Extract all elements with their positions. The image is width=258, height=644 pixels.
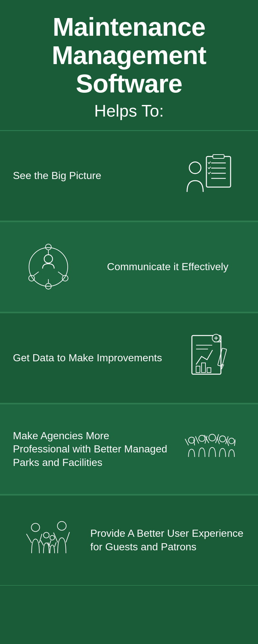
- feature-row-professional: Make Agencies More Professional with Bet…: [0, 404, 258, 495]
- svg-line-30: [185, 439, 188, 445]
- checklist-person-icon: [174, 150, 245, 202]
- feature-text-communicate: Communicate it Effectively: [84, 260, 245, 274]
- svg-point-7: [44, 255, 53, 263]
- feature-row-communicate: Communicate it Effectively: [0, 222, 258, 312]
- feature-row-experience: Provide A Better User Experience for Gue…: [0, 496, 258, 586]
- report-chart-icon: [174, 332, 245, 384]
- svg-point-32: [199, 435, 205, 441]
- svg-point-53: [57, 522, 66, 530]
- svg-point-44: [31, 523, 40, 532]
- svg-line-39: [217, 438, 219, 444]
- svg-line-42: [226, 440, 229, 446]
- svg-point-50: [50, 535, 55, 540]
- svg-point-38: [219, 436, 225, 442]
- svg-line-15: [58, 272, 63, 276]
- feature-text-professional: Make Agencies More Professional with Bet…: [13, 429, 174, 469]
- feature-row-big-picture: See the Big Picture: [0, 131, 258, 221]
- svg-rect-21: [207, 368, 211, 373]
- svg-line-52: [55, 542, 56, 547]
- svg-point-8: [45, 244, 51, 250]
- svg-rect-20: [202, 363, 205, 373]
- svg-point-35: [209, 434, 216, 441]
- svg-line-55: [66, 532, 69, 542]
- svg-point-47: [44, 532, 49, 538]
- svg-rect-25: [218, 348, 227, 366]
- network-people-icon: [13, 241, 84, 293]
- feature-row-data: Get Data to Make Improvements: [0, 313, 258, 403]
- main-title: Maintenance Management Software: [10, 13, 248, 98]
- family-icon: [13, 515, 84, 566]
- team-celebrate-icon: [174, 423, 245, 475]
- subtitle: Helps To:: [10, 101, 248, 120]
- svg-line-54: [54, 533, 58, 542]
- svg-rect-6: [213, 155, 224, 158]
- svg-line-48: [41, 540, 44, 545]
- feature-text-big-picture: See the Big Picture: [13, 169, 174, 183]
- svg-line-14: [34, 272, 39, 276]
- svg-line-33: [195, 436, 199, 443]
- header-section: Maintenance Management Software Helps To…: [0, 0, 258, 130]
- feature-text-data: Get Data to Make Improvements: [13, 351, 174, 365]
- svg-rect-0: [206, 156, 231, 187]
- svg-rect-19: [196, 366, 200, 373]
- svg-point-41: [229, 438, 234, 444]
- svg-line-49: [49, 540, 51, 545]
- svg-point-5: [189, 162, 201, 174]
- feature-text-experience: Provide A Better User Experience for Gue…: [84, 527, 245, 554]
- svg-line-45: [26, 534, 32, 543]
